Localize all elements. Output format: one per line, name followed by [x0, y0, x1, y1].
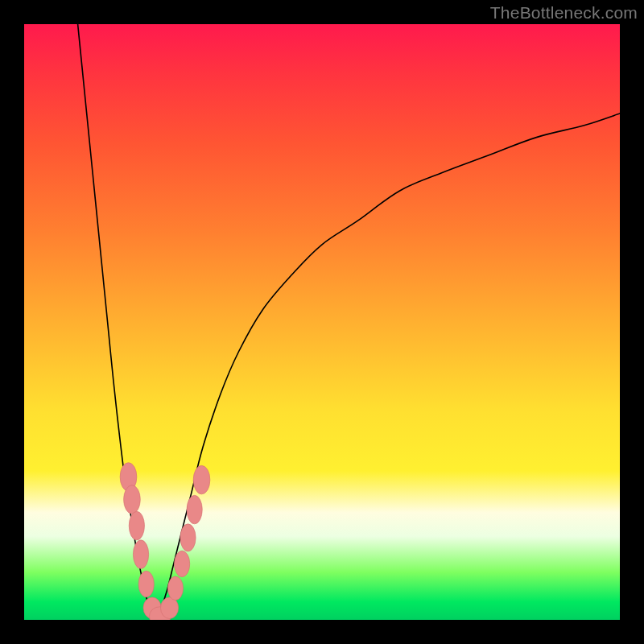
- data-marker: [138, 571, 154, 597]
- data-marker: [160, 597, 178, 619]
- data-marker: [133, 540, 148, 569]
- data-marker: [124, 485, 141, 514]
- data-marker: [187, 495, 202, 524]
- chart-frame: TheBottleneck.com: [0, 0, 644, 644]
- data-marker: [167, 576, 183, 601]
- watermark-text: TheBottleneck.com: [490, 3, 638, 23]
- plot-area: [24, 24, 620, 620]
- chart-svg: [24, 24, 620, 620]
- data-marker: [129, 511, 144, 540]
- curve-right: [155, 114, 620, 620]
- data-marker: [193, 465, 210, 494]
- data-marker: [180, 524, 196, 551]
- data-marker: [174, 551, 189, 577]
